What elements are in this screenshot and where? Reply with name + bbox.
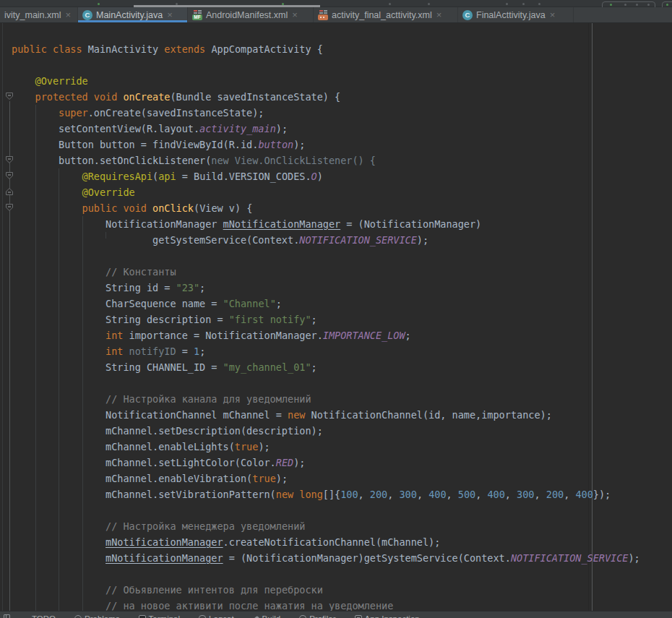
editor-tab-ivity-main-xml[interactable]: ivity_main.xml× bbox=[0, 7, 78, 22]
code-line: @Override bbox=[12, 73, 640, 89]
code-line bbox=[12, 502, 640, 518]
main-toolbar-strip bbox=[0, 0, 672, 7]
code-line: button.setOnClickListener(new View.OnCli… bbox=[12, 153, 640, 168]
file-badge bbox=[318, 14, 328, 20]
toolbar-dot-icon bbox=[538, 3, 540, 5]
class-icon: C bbox=[462, 10, 473, 20]
class-icon: C bbox=[82, 10, 92, 20]
code-line: protected void onCreate(Bundle savedInst… bbox=[12, 89, 640, 105]
file-lines-decoration bbox=[194, 10, 197, 12]
code-line: mChannel.setDescription(description); bbox=[12, 423, 640, 439]
app-inspection-icon bbox=[355, 615, 362, 618]
code-line: // Настройка канала для уведомлений bbox=[12, 391, 640, 407]
code-line: @RequiresApi(api = Build.VERSION_CODES.O… bbox=[12, 168, 640, 184]
editor-tab-mainactivity-java[interactable]: CMainActivity.java× bbox=[78, 7, 188, 22]
tool-window-button-terminal[interactable]: Terminal bbox=[139, 614, 180, 618]
editor-tab-activity-final-acttivity-xml[interactable]: activity_final_acttivity.xml× bbox=[314, 7, 458, 22]
tool-window-label: Problems bbox=[85, 614, 120, 618]
toolbar-dot-icon bbox=[666, 4, 668, 6]
code-line: // Настройка менеджера уведомлений bbox=[12, 518, 640, 534]
file-lines-decoration bbox=[319, 10, 323, 12]
terminal-icon bbox=[139, 615, 146, 618]
close-tab-icon[interactable]: × bbox=[66, 12, 72, 19]
problems-icon bbox=[74, 615, 82, 618]
code-editor[interactable]: public class MainActivity extends AppCom… bbox=[0, 23, 672, 611]
code-line bbox=[12, 248, 640, 264]
tab-label: activity_final_acttivity.xml bbox=[332, 10, 432, 20]
toolbar-dot-icon bbox=[506, 3, 508, 5]
toolbar-dot-icon bbox=[522, 3, 525, 5]
tool-window-button-problems[interactable]: Problems bbox=[74, 614, 120, 618]
manifest-file-icon: MF bbox=[192, 9, 202, 20]
code-line: mChannel.setVibrationPattern(new long[]{… bbox=[12, 486, 640, 502]
close-tab-icon[interactable]: × bbox=[167, 12, 173, 19]
code-line: NotificationChannel mChannel = new Notif… bbox=[12, 407, 640, 423]
code-line: mChannel.setLightColor(Color.RED); bbox=[12, 455, 640, 471]
file-badge: MF bbox=[192, 14, 202, 20]
toolbar-dot-icon bbox=[647, 4, 650, 6]
editor-tab-bar: ivity_main.xml×CMainActivity.java×MFAndr… bbox=[0, 7, 672, 23]
tab-label: AndroidManifest.xml bbox=[206, 10, 288, 20]
code-line: // Константы bbox=[12, 264, 640, 280]
code-line: super.onCreate(savedInstanceState); bbox=[12, 105, 640, 121]
gutter-border bbox=[2, 23, 3, 611]
code-line: int notifyID = 1; bbox=[12, 343, 640, 359]
toolbar-dot-icon bbox=[636, 4, 638, 6]
code-line: mNotificationManager.createNotificationC… bbox=[12, 534, 640, 550]
profiler-icon bbox=[299, 615, 306, 618]
code-line: String CHANNEL_ID = "my_channel_01"; bbox=[12, 359, 640, 375]
tool-window-button-logcat[interactable]: Logcat bbox=[199, 614, 234, 618]
code-line: // на новое активити после нажатия на ув… bbox=[12, 598, 640, 611]
tool-window-button-profiler[interactable]: Profiler bbox=[299, 614, 335, 618]
code-line bbox=[12, 566, 640, 582]
code-line: // Обьявление интентов для переброски bbox=[12, 582, 640, 598]
tool-window-label: Build bbox=[262, 614, 281, 618]
tool-window-stripe-icon[interactable] bbox=[4, 614, 10, 618]
code-line: String id = "23"; bbox=[12, 280, 640, 296]
tab-label: ivity_main.xml bbox=[4, 10, 61, 20]
toolbar-dot-icon bbox=[389, 3, 391, 5]
tool-window-bar: TODOProblemsTerminalLogcatBuildProfilerA… bbox=[0, 611, 672, 618]
run-icon bbox=[610, 4, 612, 6]
tab-label: FinalActtivity.java bbox=[476, 10, 546, 20]
tool-window-label: Logcat bbox=[209, 614, 234, 618]
code-line: String description = "first notify"; bbox=[12, 312, 640, 327]
code-line: public class MainActivity extends AppCom… bbox=[12, 41, 640, 57]
code-line: mNotificationManager = (NotificationMana… bbox=[12, 550, 640, 566]
editor-tab-finalacttivity-java[interactable]: CFinalActtivity.java× bbox=[458, 7, 574, 22]
tool-window-label: App Inspection bbox=[365, 614, 420, 618]
code-line: int importance = NotificationManager.IMP… bbox=[12, 327, 640, 343]
code-line: public void onClick(View v) { bbox=[12, 200, 640, 216]
toolbar-dot-icon bbox=[428, 3, 430, 5]
tool-window-button-app-inspection[interactable]: App Inspection bbox=[355, 614, 420, 618]
code-line bbox=[12, 375, 640, 391]
android-studio-window: ivity_main.xml×CMainActivity.java×MFAndr… bbox=[0, 0, 672, 618]
code-line: setContentView(R.layout.activity_main); bbox=[12, 121, 640, 137]
code-line: @Override bbox=[12, 184, 640, 200]
toolbar-dot-icon bbox=[98, 3, 100, 5]
code-line: Button button = findViewById(R.id.button… bbox=[12, 137, 640, 153]
layout-file-icon bbox=[318, 9, 328, 20]
toolbar-dot-icon bbox=[624, 4, 626, 6]
tool-window-button-todo[interactable]: TODO bbox=[22, 614, 56, 618]
logcat-icon bbox=[199, 615, 206, 618]
code-line: mChannel.enableVibration(true); bbox=[12, 471, 640, 486]
code-line: getSystemService(Context.NOTIFICATION_SE… bbox=[12, 232, 640, 248]
tab-label: MainActivity.java bbox=[96, 10, 163, 20]
close-tab-icon[interactable]: × bbox=[436, 12, 442, 19]
editor-tab-androidmanifest-xml[interactable]: MFAndroidManifest.xml× bbox=[188, 7, 314, 22]
code-text: public class MainActivity extends AppCom… bbox=[12, 41, 640, 611]
code-line: CharSequence name = "Channel"; bbox=[12, 296, 640, 312]
tool-window-label: Profiler bbox=[309, 614, 335, 618]
close-tab-icon[interactable]: × bbox=[292, 12, 298, 19]
code-line bbox=[12, 57, 640, 73]
tool-window-button-build[interactable]: Build bbox=[253, 614, 281, 618]
tool-window-label: Terminal bbox=[149, 614, 180, 618]
code-line: mChannel.enableLights(true); bbox=[12, 439, 640, 455]
close-tab-icon[interactable]: × bbox=[550, 12, 556, 19]
tool-window-label: TODO bbox=[32, 614, 56, 618]
code-line: NotificationManager mNotificationManager… bbox=[12, 216, 640, 232]
